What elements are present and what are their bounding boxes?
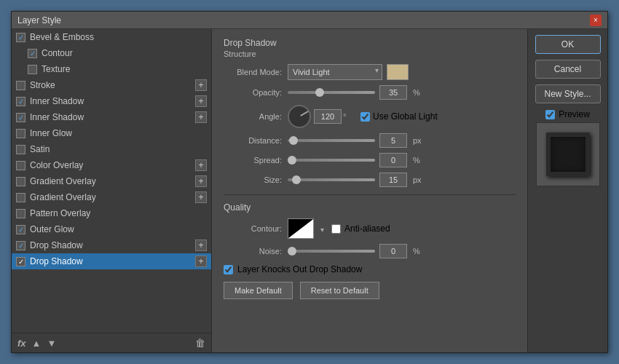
spread-input[interactable] <box>379 153 407 167</box>
opacity-slider-container: % <box>288 85 426 100</box>
list-item[interactable]: Bevel & Emboss <box>12 29 211 45</box>
checkbox-stroke[interactable] <box>16 81 25 90</box>
new-style-button[interactable]: New Style... <box>535 84 601 103</box>
spread-slider[interactable] <box>288 159 375 162</box>
list-item[interactable]: Texture <box>12 61 211 77</box>
move-up-button[interactable]: ▲ <box>32 338 42 349</box>
plus-btn-gradient-overlay-2[interactable]: + <box>195 191 207 203</box>
size-slider[interactable] <box>288 178 375 181</box>
checkbox-inner-shadow-2[interactable] <box>16 113 25 122</box>
color-swatch[interactable] <box>387 64 409 80</box>
preview-section: Preview <box>535 109 601 186</box>
size-row: Size: px <box>224 173 516 187</box>
ok-button[interactable]: OK <box>535 35 601 54</box>
checkbox-contour[interactable] <box>28 49 37 58</box>
anti-alias-row: Anti-aliased <box>331 223 390 234</box>
cancel-button[interactable]: Cancel <box>535 60 601 79</box>
contour-select[interactable] <box>314 223 326 234</box>
fx-button[interactable]: fx <box>17 338 26 349</box>
item-label-inner-shadow-2: Inner Shadow <box>30 112 195 122</box>
checkbox-texture[interactable] <box>28 65 37 74</box>
plus-btn-drop-shadow-1[interactable]: + <box>195 240 207 251</box>
close-button[interactable]: × <box>590 15 602 26</box>
item-label-color-overlay: Color Overlay <box>30 160 195 170</box>
use-global-light-checkbox[interactable] <box>360 112 370 122</box>
btn-row: Make Default Reset to Default <box>224 282 516 299</box>
list-item[interactable]: Inner Shadow + <box>12 93 211 109</box>
checkbox-inner-glow[interactable] <box>16 129 25 138</box>
global-light-row: Use Global Light <box>360 111 438 122</box>
contour-select-wrapper <box>314 223 326 234</box>
list-item[interactable]: Inner Shadow + <box>12 109 211 125</box>
list-item[interactable]: Inner Glow <box>12 125 211 141</box>
list-item[interactable]: Pattern Overlay <box>12 205 211 221</box>
blend-mode-select[interactable]: Vivid Light Normal Multiply Screen Overl… <box>288 64 382 80</box>
noise-input[interactable] <box>379 244 407 258</box>
checkbox-drop-shadow-1[interactable] <box>16 241 25 250</box>
checkbox-pattern-overlay[interactable] <box>16 209 25 218</box>
item-label-satin: Satin <box>30 144 207 154</box>
plus-btn-drop-shadow-2[interactable]: + <box>195 256 207 267</box>
layer-knocks-checkbox[interactable] <box>224 265 233 274</box>
layer-style-window: Layer Style × Bevel & Emboss Contour <box>11 11 608 353</box>
list-item[interactable]: Satin <box>12 141 211 157</box>
reset-default-button[interactable]: Reset to Default <box>300 282 379 299</box>
list-item[interactable]: Stroke + <box>12 77 211 93</box>
checkbox-drop-shadow-2[interactable] <box>16 257 25 266</box>
opacity-slider[interactable] <box>288 91 375 94</box>
left-panel: Bevel & Emboss Contour Texture Stroke + <box>12 29 212 352</box>
checkbox-satin[interactable] <box>16 145 25 154</box>
checkbox-gradient-overlay-2[interactable] <box>16 193 25 202</box>
plus-btn-inner-shadow-1[interactable]: + <box>195 95 207 107</box>
item-label-pattern-overlay: Pattern Overlay <box>30 208 207 218</box>
noise-label: Noise: <box>224 247 282 256</box>
contour-preview[interactable] <box>288 218 314 239</box>
angle-unit: ° <box>343 112 356 121</box>
preview-label: Preview <box>559 109 590 119</box>
main-content: Bevel & Emboss Contour Texture Stroke + <box>12 29 607 352</box>
angle-dial[interactable] <box>288 105 311 128</box>
distance-slider-container: px <box>288 133 426 148</box>
spread-unit: % <box>413 156 426 165</box>
checkbox-bevel-emboss[interactable] <box>16 33 25 42</box>
delete-button[interactable]: 🗑 <box>195 337 205 349</box>
plus-btn-inner-shadow-2[interactable]: + <box>195 111 207 123</box>
noise-slider[interactable] <box>288 250 375 253</box>
use-global-light-label: Use Global Light <box>373 111 438 122</box>
preview-inner <box>546 132 590 176</box>
window-title: Layer Style <box>17 15 61 25</box>
contour-label: Contour: <box>224 224 282 233</box>
layer-list: Bevel & Emboss Contour Texture Stroke + <box>12 29 211 333</box>
title-bar: Layer Style × <box>12 12 607 29</box>
contour-svg <box>288 219 313 238</box>
angle-input[interactable] <box>314 109 342 124</box>
opacity-unit: % <box>413 88 426 97</box>
plus-btn-stroke[interactable]: + <box>195 79 207 91</box>
angle-label: Angle: <box>224 112 282 121</box>
plus-btn-gradient-overlay-1[interactable]: + <box>195 175 207 187</box>
checkbox-inner-shadow-1[interactable] <box>16 97 25 106</box>
distance-slider[interactable] <box>288 139 375 142</box>
size-input[interactable] <box>379 173 407 187</box>
list-item[interactable]: Drop Shadow + <box>12 237 211 253</box>
opacity-input[interactable] <box>379 85 407 100</box>
distance-input[interactable] <box>379 133 407 148</box>
checkbox-gradient-overlay-1[interactable] <box>16 177 25 186</box>
list-item[interactable]: Gradient Overlay + <box>12 189 211 205</box>
list-item[interactable]: Color Overlay + <box>12 157 211 173</box>
list-item[interactable]: Contour <box>12 45 211 61</box>
move-down-button[interactable]: ▼ <box>47 338 56 349</box>
anti-aliased-checkbox[interactable] <box>331 224 341 234</box>
left-footer: fx ▲ ▼ 🗑 <box>12 333 211 352</box>
item-label-texture: Texture <box>42 64 207 74</box>
spread-label: Spread: <box>224 156 282 165</box>
preview-checkbox[interactable] <box>545 110 555 119</box>
checkbox-color-overlay[interactable] <box>16 161 25 170</box>
list-item[interactable]: Outer Glow <box>12 221 211 237</box>
list-item-active[interactable]: Drop Shadow + <box>12 253 211 269</box>
list-item[interactable]: Gradient Overlay + <box>12 173 211 189</box>
plus-btn-color-overlay[interactable]: + <box>195 159 207 171</box>
checkbox-outer-glow[interactable] <box>16 225 25 234</box>
item-label-stroke: Stroke <box>30 80 195 90</box>
make-default-button[interactable]: Make Default <box>224 282 293 299</box>
